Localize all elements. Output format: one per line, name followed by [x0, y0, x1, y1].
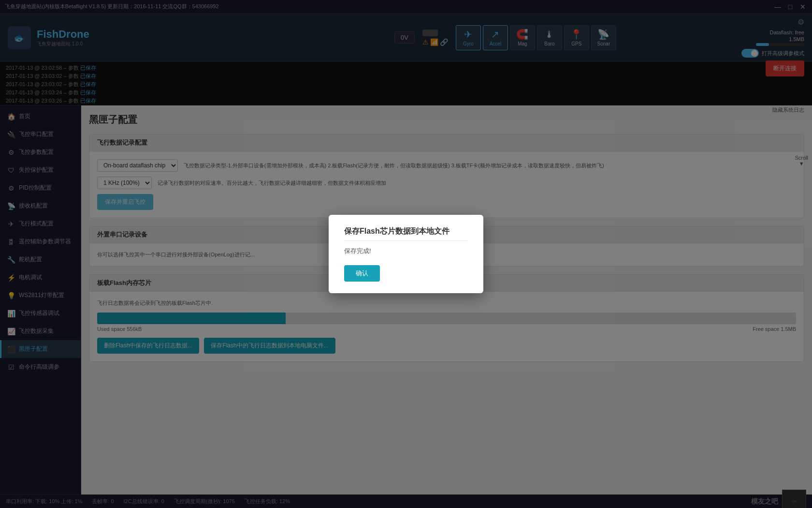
modal-ok-button[interactable]: 确认 — [344, 265, 380, 282]
modal-box: 保存Flash芯片数据到本地文件 保存完成! 确认 — [329, 215, 483, 293]
modal-message: 保存完成! — [344, 247, 468, 255]
modal-overlay: 保存Flash芯片数据到本地文件 保存完成! 确认 — [0, 0, 812, 508]
modal-title: 保存Flash芯片数据到本地文件 — [344, 226, 468, 241]
